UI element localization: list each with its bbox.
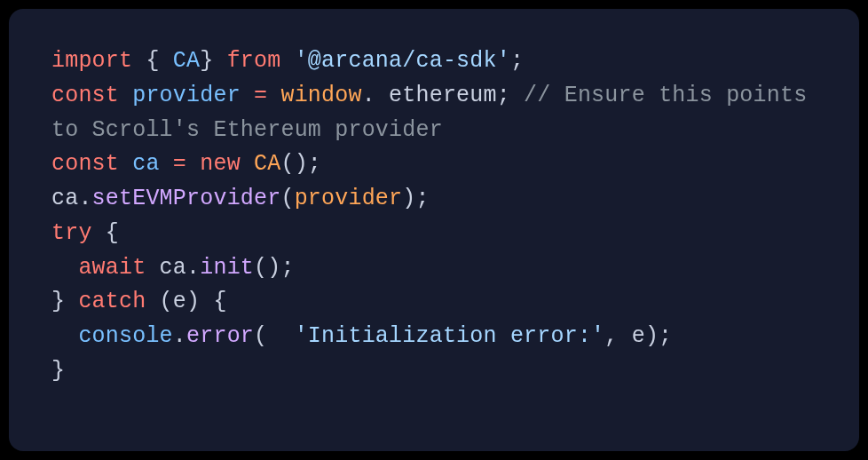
obj-ca: ca [146,255,186,281]
line-9: } [51,358,65,384]
method-setevmprovider: setEVMProvider [92,186,281,211]
line-4: ca.setEVMProvider(provider); [51,186,430,211]
paren-close: ); [402,186,429,211]
equals: = [254,83,267,108]
var-e: e [173,289,186,314]
semicolon: ; [510,48,524,74]
paren-close: ); [645,323,672,349]
method-init: init [200,255,254,281]
arg-provider: provider [295,186,403,211]
ethereum-prop: ethereum [375,83,497,108]
paren-open: ( [146,289,172,314]
brace-open: { [132,48,173,74]
paren-open: ( [280,186,294,211]
line-1: import { CA} from '@arcana/ca-sdk'; [51,48,524,74]
indent [51,323,78,349]
semicolon: ; [497,83,524,108]
console-obj: console [78,323,172,349]
string-module: '@arcana/ca-sdk' [295,48,510,74]
line-8: console.error( 'Initialization error:', … [51,323,672,349]
class-ca: CA [173,48,200,74]
line-5: try { [51,220,119,246]
dot: . [78,186,91,211]
method-error: error [186,323,254,349]
keyword-const: const [51,83,119,108]
obj-ca: ca [51,186,78,211]
line-7: } catch (e) { [51,289,227,314]
dot: . [173,323,186,349]
dot: . [362,83,375,108]
line-2: const provider = window. ethereum; // En… [51,83,821,143]
brace-close: } [200,48,226,74]
line-3: const ca = new CA(); [51,151,321,177]
keyword-await: await [78,255,146,281]
keyword-import: import [51,48,132,74]
brace-close: } [51,358,65,384]
brace-open: { [92,220,119,246]
keyword-const: const [51,151,119,177]
comma: , [604,323,631,349]
var-provider: provider [119,83,254,108]
line-6: await ca.init(); [51,255,295,281]
class-ca-ctor: CA [241,151,281,177]
var-e: e [632,323,645,349]
string-error-msg: 'Initialization error:' [280,323,604,349]
indent [51,255,78,281]
keyword-try: try [51,220,92,246]
equals: = [173,151,186,177]
parens: (); [254,255,295,281]
space [280,48,294,74]
keyword-from: from [227,48,281,74]
paren-close-brace: ) { [186,289,227,314]
keyword-catch: catch [78,289,146,314]
brace-close: } [51,289,78,314]
code-block: import { CA} from '@arcana/ca-sdk'; cons… [9,9,859,451]
var-ca: ca [119,151,173,177]
dot: . [186,255,200,281]
parens: (); [280,151,321,177]
paren-open: ( [254,323,280,349]
keyword-new: new [186,151,241,177]
window-object: window [267,83,361,108]
